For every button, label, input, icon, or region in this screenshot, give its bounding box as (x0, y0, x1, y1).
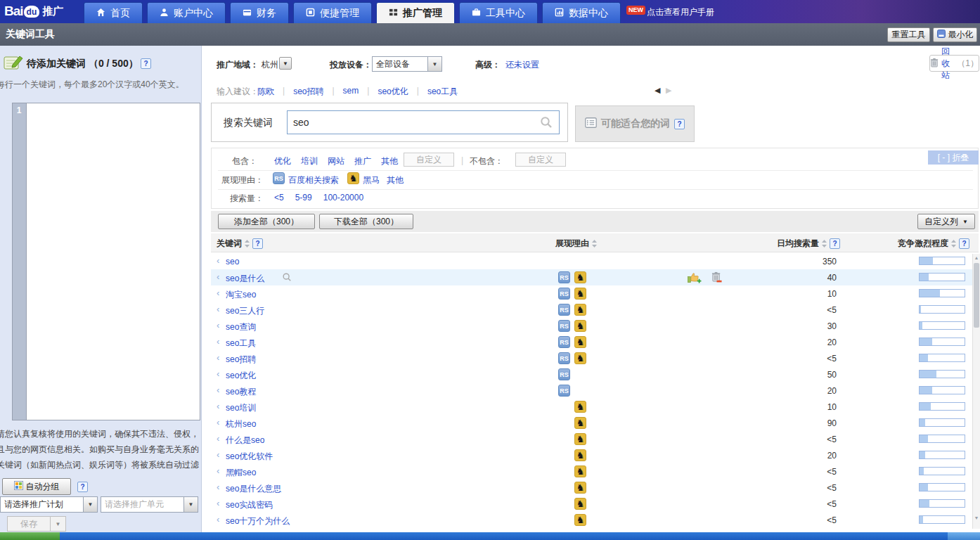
keyword-link[interactable]: seo招聘 (226, 354, 256, 366)
help-icon[interactable]: ? (959, 238, 969, 249)
preview-search-icon[interactable] (282, 272, 292, 284)
sort-icon[interactable] (951, 240, 956, 248)
suggestions-prev-icon[interactable]: ◀ (655, 86, 660, 95)
rs-icon[interactable]: RS (558, 336, 570, 348)
nav-tab-promo-grid[interactable]: 推广管理 (376, 2, 455, 23)
volume-range-link[interactable]: <5 (274, 193, 284, 202)
keyword-link[interactable]: 什么是seo (226, 435, 264, 446)
dark-horse-icon[interactable]: ♞ (574, 498, 586, 510)
dark-horse-icon[interactable]: ♞ (574, 352, 586, 364)
dark-horse-link[interactable]: 黑马 (363, 174, 380, 186)
chevron-down-icon[interactable]: ▼ (183, 497, 198, 512)
dark-horse-icon[interactable]: ♞ (574, 271, 586, 283)
auto-group-button[interactable]: 自动分组 (2, 478, 71, 495)
dark-horse-icon[interactable]: ♞ (574, 320, 586, 332)
user-manual-link[interactable]: 点击查看用户手册 (647, 6, 714, 18)
rs-icon[interactable]: RS (558, 368, 570, 380)
recycle-bin-button[interactable]: 回收站 （1） (929, 55, 979, 72)
suggestion-link[interactable]: seo优化 (378, 86, 408, 98)
rs-icon[interactable]: RS (558, 320, 570, 332)
keywords-textarea[interactable] (26, 103, 200, 420)
rs-icon[interactable]: RS (558, 288, 570, 300)
other-reason-link[interactable]: 其他 (387, 174, 404, 186)
chevron-down-icon[interactable]: ▼ (427, 57, 441, 71)
scroll-up-icon[interactable]: ▲ (973, 255, 980, 260)
keyword-link[interactable]: 淘宝seo (226, 289, 256, 301)
region-dropdown-button[interactable]: ▼ (279, 57, 292, 70)
keyword-link[interactable]: 杭州seo (226, 418, 256, 430)
collapse-button[interactable]: [ - ] 折叠 (928, 150, 979, 165)
dark-horse-icon[interactable]: ♞ (574, 304, 586, 316)
nav-tab-user[interactable]: 账户中心 (147, 2, 226, 23)
help-icon[interactable]: ? (674, 119, 685, 129)
column-header-keyword[interactable]: 关键词 ? (217, 238, 263, 250)
rs-icon[interactable]: RS (558, 385, 570, 397)
rs-icon[interactable]: RS (558, 352, 570, 364)
nav-tab-quick-manage[interactable]: 便捷管理 (293, 2, 372, 23)
sort-icon[interactable] (245, 240, 250, 248)
help-icon[interactable]: ? (830, 238, 840, 249)
advanced-not-set-link[interactable]: 还未设置 (505, 59, 539, 71)
keyword-link[interactable]: seo教程 (226, 386, 256, 398)
baidu-related-search-link[interactable]: 百度相关搜索 (288, 174, 339, 186)
nav-tab-briefcase[interactable]: 工具中心 (459, 2, 538, 23)
include-custom-button[interactable]: 自定义 (404, 153, 454, 167)
keyword-link[interactable]: seo三人行 (226, 305, 264, 317)
add-all-button[interactable]: 添加全部（300） (218, 214, 315, 229)
keyword-link[interactable]: seo是什么意思 (226, 483, 281, 495)
dark-horse-icon[interactable]: ♞ (574, 288, 586, 300)
nav-tab-bar-chart[interactable]: 数据中心 (542, 2, 621, 23)
reset-tool-button[interactable]: 重置工具 (887, 27, 930, 42)
keyword-link[interactable]: seo查询 (226, 321, 256, 333)
sort-icon[interactable] (592, 240, 597, 248)
suggestion-link[interactable]: seo招聘 (293, 86, 323, 98)
rs-icon[interactable]: RS (273, 172, 285, 184)
help-icon[interactable]: ? (252, 238, 263, 249)
keyword-link[interactable]: seo是什么 (226, 273, 264, 285)
nav-tab-wallet[interactable]: 财务 (230, 2, 289, 23)
dark-horse-icon[interactable]: ♞ (574, 417, 586, 429)
help-icon[interactable]: ? (77, 482, 88, 492)
dark-horse-icon[interactable]: ♞ (574, 449, 586, 461)
dark-horse-icon[interactable]: ♞ (574, 401, 586, 413)
exclude-custom-button[interactable]: 自定义 (515, 153, 566, 167)
keyword-link[interactable]: seo优化软件 (226, 451, 273, 463)
volume-range-link[interactable]: 100-20000 (323, 193, 363, 202)
suggestions-next-icon[interactable]: ▶ (666, 86, 671, 95)
dark-horse-icon[interactable]: ♞ (574, 433, 586, 445)
keyword-link[interactable]: seo十万个为什么 (226, 515, 290, 527)
thumbs-up-add-icon[interactable] (688, 271, 702, 285)
dark-horse-icon[interactable]: ♞ (574, 482, 586, 494)
search-icon[interactable] (540, 116, 553, 131)
scroll-down-icon[interactable]: ▼ (973, 515, 980, 520)
dark-horse-icon[interactable]: ♞ (574, 514, 586, 526)
tab-suitable-words[interactable]: 可能适合您的词 ? (575, 105, 695, 142)
help-icon[interactable]: ? (141, 58, 151, 69)
sort-icon[interactable] (822, 240, 827, 248)
keyword-link[interactable]: 黑帽seo (226, 467, 256, 479)
keyword-link[interactable]: seo实战密码 (226, 499, 273, 511)
save-dropdown-arrow[interactable]: ▼ (50, 516, 66, 532)
volume-range-link[interactable]: 5-99 (295, 193, 312, 202)
keyword-link[interactable]: seo工具 (226, 338, 256, 349)
column-header-volume[interactable]: 日均搜索量 ? (763, 238, 840, 250)
keyword-link[interactable]: seo优化 (226, 370, 256, 382)
save-button[interactable]: 保存 (7, 516, 51, 532)
scrollbar-thumb[interactable] (974, 263, 979, 328)
include-filter-link[interactable]: 网站 (328, 155, 344, 167)
keyword-link[interactable]: seo (226, 257, 239, 266)
device-select[interactable]: 全部设备 ▼ (372, 56, 442, 72)
dark-horse-icon[interactable]: ♞ (574, 336, 586, 348)
include-filter-link[interactable]: 推广 (354, 155, 371, 167)
search-input[interactable] (287, 110, 560, 134)
nav-tab-home[interactable]: 首页 (84, 2, 143, 23)
column-header-competition[interactable]: 竞争激烈程度 ? (898, 238, 969, 250)
dark-horse-icon[interactable]: ♞ (347, 172, 359, 184)
include-filter-link[interactable]: 其他 (381, 155, 398, 167)
trash-delete-icon[interactable] (711, 271, 722, 285)
suggestion-link[interactable]: 陈欧 (257, 86, 274, 98)
include-filter-link[interactable]: 培训 (301, 155, 318, 167)
promo-unit-select[interactable]: 请选择推广单元 ▼ (101, 496, 198, 513)
suggestion-link[interactable]: sem (343, 86, 359, 98)
minimize-button[interactable]: 最小化 (933, 27, 977, 42)
